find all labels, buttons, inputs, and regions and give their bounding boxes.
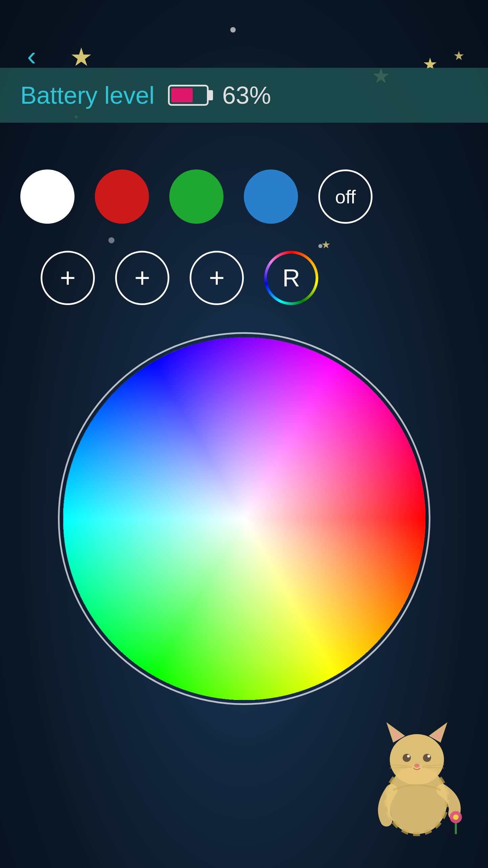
rainbow-r-label: R (282, 264, 300, 292)
svg-point-10 (427, 755, 430, 758)
add-color-button-3[interactable]: + (190, 251, 244, 305)
swatch-off[interactable]: off (318, 169, 373, 224)
svg-point-2 (390, 734, 444, 785)
cat-illustration (366, 712, 468, 841)
sparkle (318, 244, 322, 248)
svg-point-8 (423, 754, 431, 762)
sparkle (230, 27, 236, 33)
svg-point-7 (403, 754, 411, 762)
add-color-button-1[interactable]: + (41, 251, 95, 305)
add-color-button-2[interactable]: + (115, 251, 169, 305)
svg-point-9 (407, 755, 410, 758)
svg-point-17 (453, 814, 459, 820)
color-wheel[interactable] (58, 332, 430, 705)
swatch-blue[interactable] (244, 169, 298, 224)
swatch-red[interactable] (95, 169, 149, 224)
battery-fill (171, 88, 193, 102)
battery-bar: Battery level 63% (0, 68, 488, 123)
battery-icon (168, 85, 209, 106)
add-buttons-row: + + + R (41, 251, 318, 305)
swatches-row: off (20, 169, 373, 224)
battery-percent: 63% (222, 81, 271, 109)
rainbow-button[interactable]: R (264, 251, 318, 305)
sparkle (108, 237, 114, 243)
svg-point-11 (414, 764, 420, 768)
battery-label: Battery level (20, 81, 154, 109)
swatch-white[interactable] (20, 169, 75, 224)
color-wheel-container (58, 332, 430, 706)
back-button[interactable]: ‹ (27, 41, 36, 72)
swatch-green[interactable] (169, 169, 224, 224)
